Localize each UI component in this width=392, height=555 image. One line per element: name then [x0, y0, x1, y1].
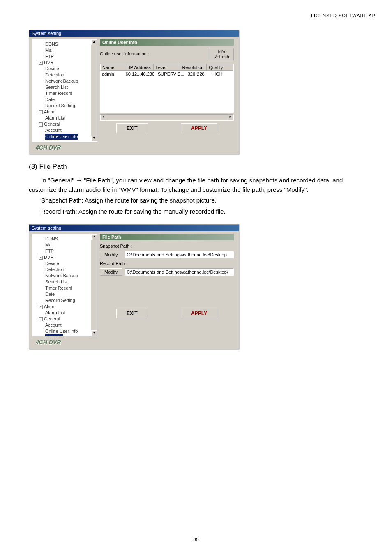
tree-item-selected[interactable]: File Path: [45, 334, 63, 336]
collapse-icon[interactable]: -: [39, 317, 43, 321]
paragraph: Record Path: Assign the route for saving…: [29, 207, 363, 216]
collapse-icon[interactable]: -: [39, 305, 43, 309]
horizontal-scrollbar[interactable]: ◄ ►: [100, 114, 234, 121]
info-refresh-button[interactable]: Info Refresh: [209, 48, 234, 60]
modify-button[interactable]: Modify: [100, 251, 122, 258]
exit-button[interactable]: EXIT: [116, 123, 148, 133]
tree-item[interactable]: DDNS: [34, 41, 95, 47]
tree-scrollbar[interactable]: ▲ ▼: [91, 234, 97, 336]
tree-scrollbar[interactable]: ▲ ▼: [91, 39, 97, 141]
tree-item[interactable]: Record Setting: [34, 297, 95, 304]
tree-item[interactable]: Alarm List: [34, 115, 95, 121]
titlebar: System setting: [29, 30, 239, 37]
scroll-down-icon[interactable]: ▼: [91, 136, 97, 141]
tree-item[interactable]: Timer Record: [34, 285, 95, 291]
titlebar: System setting: [29, 225, 239, 231]
section-heading: (3) File Path: [29, 163, 376, 171]
scroll-up-icon[interactable]: ▲: [91, 234, 97, 240]
col-header[interactable]: IP Address: [127, 64, 154, 71]
tree-item[interactable]: Record Setting: [34, 103, 95, 109]
tree-item[interactable]: Account: [34, 322, 95, 328]
tree-item[interactable]: Search List: [34, 279, 95, 285]
tree-item[interactable]: Network Backup: [34, 273, 95, 279]
tree-item[interactable]: -Alarm: [34, 109, 95, 115]
tree-item[interactable]: DDNS: [34, 236, 95, 242]
record-path-label: Record Path:: [41, 208, 77, 215]
list-cell: HIGH: [210, 71, 233, 112]
product-logo: 4CH DVR: [32, 336, 97, 346]
snapshot-path-label: Snapshot Path:: [41, 197, 83, 204]
tree-item[interactable]: Network Backup: [34, 78, 95, 84]
col-header[interactable]: Quality: [207, 64, 233, 71]
tree-item[interactable]: -DVR: [34, 254, 95, 260]
record-path-label: Record Path :: [100, 260, 234, 267]
tree-item[interactable]: -General: [34, 316, 95, 322]
tree-item[interactable]: Detection: [34, 267, 95, 273]
page-header: LICENSED SOFTWARE AP: [311, 13, 376, 18]
tree-item[interactable]: -General: [34, 121, 95, 127]
tree-panel[interactable]: ▲ ▼ DDNS Mail FTP -DVR Device Detection …: [32, 234, 97, 336]
tree-item[interactable]: FTP: [34, 248, 95, 254]
list-cell: admin: [100, 71, 124, 112]
apply-button[interactable]: APPLY: [181, 123, 217, 133]
tree-item-selected[interactable]: Online User Info: [45, 134, 78, 140]
snapshot-path-label: Snapshot Path :: [100, 243, 234, 249]
tree-item[interactable]: -Alarm: [34, 304, 95, 310]
tree-item[interactable]: Mail: [34, 47, 95, 53]
list-cell: 60.121.46.236: [124, 71, 156, 112]
page-number: -60-: [0, 537, 392, 543]
tree-item[interactable]: -DVR: [34, 60, 95, 66]
record-path-input[interactable]: C:\Documents and Settings\catherine.lee\…: [125, 268, 234, 276]
paragraph: In "General" → "File Path", you can view…: [29, 176, 363, 194]
tree-item[interactable]: Online User Info: [34, 328, 95, 334]
panel-title: File Path: [100, 234, 234, 240]
snapshot-path-input[interactable]: C:\Documents and Settings\catherine.lee\…: [125, 251, 234, 258]
collapse-icon[interactable]: -: [39, 256, 43, 260]
scroll-down-icon[interactable]: ▼: [91, 330, 97, 336]
col-header[interactable]: Name: [100, 64, 127, 71]
tree-item[interactable]: Account: [34, 127, 95, 134]
collapse-icon[interactable]: -: [39, 110, 43, 114]
tree-item[interactable]: File Path: [34, 140, 95, 142]
tree-item[interactable]: Mail: [34, 242, 95, 248]
tree-item[interactable]: Timer Record: [34, 90, 95, 97]
user-list-body[interactable]: admin 60.121.46.236 SUPERVIS... 320*228 …: [100, 71, 234, 113]
tree-item[interactable]: Device: [34, 260, 95, 267]
arrow-icon: →: [76, 177, 82, 184]
tree-item[interactable]: FTP: [34, 53, 95, 60]
collapse-icon[interactable]: -: [39, 61, 43, 65]
tree-item[interactable]: Detection: [34, 72, 95, 78]
tree-item[interactable]: Search List: [34, 84, 95, 90]
paragraph: Snapshot Path: Assign the route for savi…: [29, 196, 363, 205]
user-list-header: Name IP Address Level Resolution Quality: [100, 64, 234, 71]
collapse-icon[interactable]: -: [39, 122, 43, 127]
apply-button[interactable]: APPLY: [181, 309, 217, 318]
col-header[interactable]: Resolution: [180, 64, 207, 71]
panel-title: Online User Info: [100, 39, 234, 46]
scroll-up-icon[interactable]: ▲: [91, 39, 97, 45]
tree-item[interactable]: Device: [34, 66, 95, 72]
tree-item[interactable]: Date: [34, 291, 95, 297]
system-setting-dialog-2: System setting ▲ ▼ DDNS Mail FTP -DVR De…: [29, 224, 239, 349]
system-setting-dialog-1: System setting ▲ ▼ DDNS Mail FTP -DVR De…: [29, 30, 239, 154]
scroll-left-icon[interactable]: ◄: [100, 115, 106, 120]
exit-button[interactable]: EXIT: [116, 309, 148, 318]
list-cell: 320*228: [186, 71, 210, 112]
modify-button[interactable]: Modify: [100, 268, 122, 276]
tree-item[interactable]: Date: [34, 97, 95, 103]
product-logo: 4CH DVR: [32, 142, 97, 152]
tree-panel[interactable]: ▲ ▼ DDNS Mail FTP -DVR Device Detection …: [32, 39, 97, 142]
scroll-right-icon[interactable]: ►: [228, 115, 233, 120]
tree-item[interactable]: Alarm List: [34, 310, 95, 316]
col-header[interactable]: Level: [154, 64, 180, 71]
list-cell: SUPERVIS...: [156, 71, 186, 112]
